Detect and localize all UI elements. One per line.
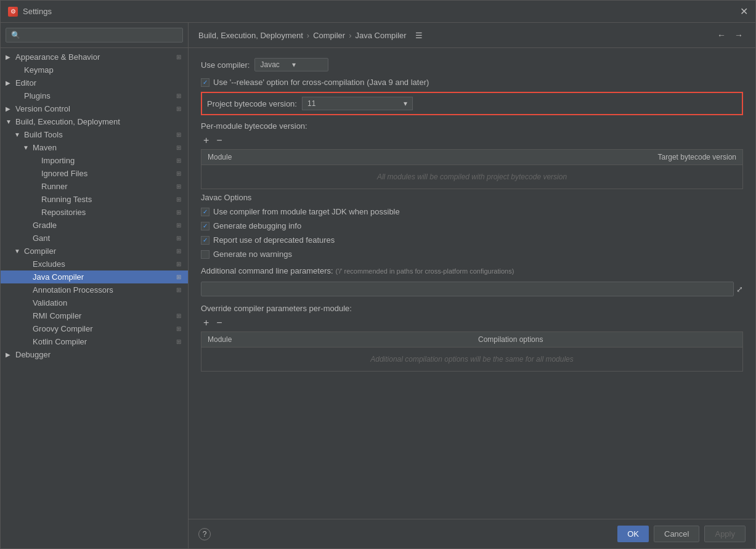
sidebar-item-plugins[interactable]: Plugins ⊞ xyxy=(1,89,188,102)
sidebar-item-compiler[interactable]: ▼ Compiler ⊞ xyxy=(1,245,188,258)
sidebar-item-version-control[interactable]: ▶ Version Control ⊞ xyxy=(1,102,188,115)
sidebar-item-validation[interactable]: Validation xyxy=(1,296,188,309)
breadcrumb-part-1: Build, Execution, Deployment xyxy=(198,31,303,40)
sidebar-item-label: Annotation Processors xyxy=(33,285,174,295)
sidebar-item-label: Java Compiler xyxy=(33,272,174,282)
gear-icon: ⊞ xyxy=(174,144,183,152)
remove-override-button[interactable]: − xyxy=(214,317,224,329)
sidebar-item-label: Version Control xyxy=(15,104,174,113)
project-bytecode-value: 11 xyxy=(307,99,315,108)
sidebar-item-label: Build, Execution, Deployment xyxy=(15,117,183,126)
override-empty-msg: Additional compilation options will be t… xyxy=(201,348,742,371)
sidebar-item-label: Maven xyxy=(33,143,174,152)
breadcrumb-sep: › xyxy=(349,31,351,40)
module-col-header: Module xyxy=(201,150,472,165)
per-module-table-header: Module Target bytecode version xyxy=(201,150,742,165)
sidebar-item-java-compiler[interactable]: Java Compiler ⊞ xyxy=(1,270,188,283)
add-override-button[interactable]: + xyxy=(201,317,211,329)
sidebar-item-build-tools[interactable]: ▼ Build Tools ⊞ xyxy=(1,128,188,141)
gear-icon: ⊞ xyxy=(174,247,183,256)
override-table-body: Additional compilation options will be t… xyxy=(201,348,742,371)
select-arrow-icon: ▾ xyxy=(292,60,296,69)
project-bytecode-row: Project bytecode version: 11 ▾ xyxy=(201,92,743,115)
sidebar-item-label: Excludes xyxy=(33,259,174,269)
gear-icon: ⊞ xyxy=(174,208,183,217)
expand-icon[interactable]: ⤢ xyxy=(736,285,743,294)
close-button[interactable]: ✕ xyxy=(740,6,748,17)
override-table: Module Compilation options Additional co… xyxy=(201,331,743,372)
sidebar-item-maven[interactable]: ▼ Maven ⊞ xyxy=(1,141,188,154)
sidebar-item-rmi-compiler[interactable]: RMI Compiler ⊞ xyxy=(1,309,188,322)
javac-opt1-checkbox[interactable] xyxy=(201,208,209,216)
sidebar-item-editor[interactable]: ▶ Editor xyxy=(1,76,188,89)
use-compiler-select[interactable]: Javac ▾ xyxy=(254,58,328,71)
gear-icon: ⊞ xyxy=(174,338,183,346)
javac-opt1-row: Use compiler from module target JDK when… xyxy=(201,207,743,216)
apply-button[interactable]: Apply xyxy=(704,526,746,542)
arrow-icon: ▶ xyxy=(6,79,14,86)
sidebar-item-label: Gant xyxy=(33,234,174,243)
sidebar-item-importing[interactable]: Importing ⊞ xyxy=(1,154,188,167)
module-col2-header: Module xyxy=(201,332,472,347)
sidebar-item-label: Ignored Files xyxy=(41,169,174,178)
sidebar-item-debugger[interactable]: ▶ Debugger xyxy=(1,348,188,361)
javac-opt3-checkbox[interactable] xyxy=(201,236,209,245)
remove-module-button[interactable]: − xyxy=(214,134,224,147)
javac-opt1-label: Use compiler from module target JDK when… xyxy=(213,207,400,216)
gear-icon: ⊞ xyxy=(174,325,183,333)
sidebar-item-gant[interactable]: Gant ⊞ xyxy=(1,232,188,245)
project-bytecode-select[interactable]: 11 ▾ xyxy=(302,97,413,110)
sidebar-item-label: Editor xyxy=(15,78,183,87)
sidebar: ▶ Appearance & Behavior ⊞ Keymap ▶ Edito… xyxy=(1,23,189,548)
sidebar-item-appearance[interactable]: ▶ Appearance & Behavior ⊞ xyxy=(1,51,188,63)
release-option-checkbox[interactable] xyxy=(201,78,209,87)
sidebar-item-label: Compiler xyxy=(24,246,174,256)
compilation-col-header: Compilation options xyxy=(472,332,742,347)
cmd-params-row: Additional command line parameters: ('/'… xyxy=(201,266,743,275)
javac-opt4-checkbox[interactable] xyxy=(201,250,209,259)
javac-opt4-label: Generate no warnings xyxy=(213,250,292,259)
sidebar-item-ignored-files[interactable]: Ignored Files ⊞ xyxy=(1,167,188,180)
sidebar-item-label: Kotlin Compiler xyxy=(33,337,174,346)
sidebar-item-running-tests[interactable]: Running Tests ⊞ xyxy=(1,193,188,206)
cmd-params-input[interactable] xyxy=(201,282,734,296)
sidebar-item-groovy-compiler[interactable]: Groovy Compiler ⊞ xyxy=(1,322,188,335)
nav-back-button[interactable]: ← xyxy=(715,29,728,41)
sidebar-item-runner[interactable]: Runner ⊞ xyxy=(1,180,188,193)
gear-icon: ⊞ xyxy=(174,92,183,100)
use-compiler-row: Use compiler: Javac ▾ xyxy=(201,58,743,71)
nav-forward-button[interactable]: → xyxy=(732,29,746,41)
sidebar-item-label: Importing xyxy=(41,156,174,165)
sidebar-item-build-exec-deploy[interactable]: ▼ Build, Execution, Deployment xyxy=(1,115,188,128)
sidebar-item-keymap[interactable]: Keymap xyxy=(1,63,188,76)
breadcrumb-bar: Build, Execution, Deployment › Compiler … xyxy=(189,23,755,48)
sidebar-item-kotlin-compiler[interactable]: Kotlin Compiler ⊞ xyxy=(1,335,188,348)
sidebar-item-excludes[interactable]: Excludes ⊞ xyxy=(1,258,188,270)
override-table-header: Module Compilation options xyxy=(201,332,742,348)
sidebar-item-repositories[interactable]: Repositories ⊞ xyxy=(1,206,188,219)
sidebar-item-annotation-processors[interactable]: Annotation Processors ⊞ xyxy=(1,283,188,296)
javac-opt2-checkbox[interactable] xyxy=(201,222,209,230)
gear-icon: ⊞ xyxy=(174,273,183,282)
help-button[interactable]: ? xyxy=(198,528,211,540)
sidebar-item-label: Gradle xyxy=(33,221,174,230)
ok-button[interactable]: OK xyxy=(617,526,649,542)
sidebar-item-label: Plugins xyxy=(24,91,174,100)
per-module-empty-msg: All modules will be compiled with projec… xyxy=(201,165,742,189)
search-box xyxy=(1,23,188,48)
javac-opt3-row: Report use of deprecated features xyxy=(201,235,743,245)
sidebar-item-gradle[interactable]: Gradle ⊞ xyxy=(1,219,188,232)
arrow-icon: ▶ xyxy=(6,54,14,60)
gear-icon: ⊞ xyxy=(174,286,183,295)
per-module-table-body: All modules will be compiled with projec… xyxy=(201,165,742,189)
add-module-button[interactable]: + xyxy=(201,134,211,147)
breadcrumb: Build, Execution, Deployment › Compiler … xyxy=(198,31,423,40)
breadcrumb-part-3: Java Compiler xyxy=(356,31,407,40)
gear-icon: ⊞ xyxy=(174,221,183,230)
gear-icon: ⊞ xyxy=(174,131,183,139)
cancel-button[interactable]: Cancel xyxy=(654,526,699,542)
arrow-icon: ▼ xyxy=(6,118,14,125)
javac-options-section: Javac Options Use compiler from module t… xyxy=(201,193,743,259)
sidebar-tree: ▶ Appearance & Behavior ⊞ Keymap ▶ Edito… xyxy=(1,48,188,548)
search-input[interactable] xyxy=(6,28,183,43)
